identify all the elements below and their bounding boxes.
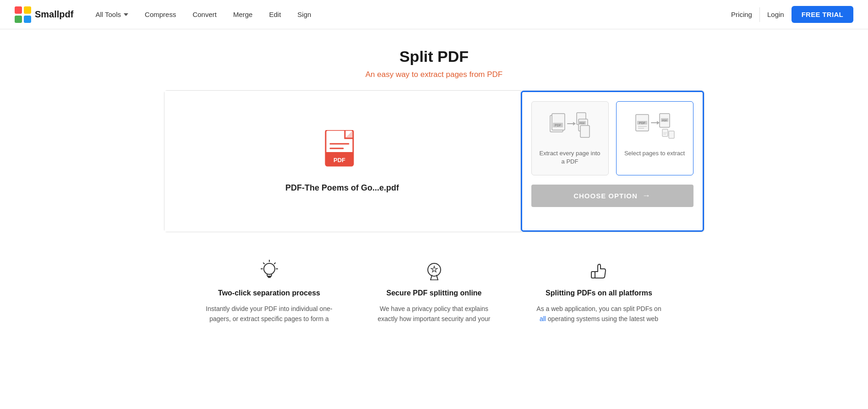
nav-divider: [759, 7, 760, 22]
option2-icon: PDF PDF: [622, 111, 688, 143]
svg-marker-27: [657, 121, 660, 125]
svg-marker-15: [573, 122, 576, 125]
select-pages-icon: PDF PDF: [634, 111, 675, 143]
features-section: Two-click separation process Instantly d…: [164, 232, 704, 343]
svg-rect-1: [24, 6, 31, 14]
svg-rect-48: [591, 272, 595, 278]
svg-line-40: [263, 263, 264, 264]
pdf-icon-wrap: PDF: [324, 130, 360, 176]
shield-icon: [423, 260, 446, 283]
svg-line-39: [274, 263, 275, 264]
svg-rect-0: [15, 6, 22, 14]
feature-two-click: Two-click separation process Instantly d…: [205, 260, 333, 324]
svg-text:PDF: PDF: [662, 119, 667, 122]
feature-secure-title: Secure PDF splitting online: [386, 289, 481, 297]
svg-text:PDF: PDF: [579, 122, 585, 125]
hero-section: Split PDF An easy way to extract pages f…: [0, 29, 868, 90]
svg-rect-11: [552, 114, 565, 130]
free-trial-button[interactable]: FREE TRIAL: [792, 6, 853, 23]
feature-platforms-desc: As a web application, you can split PDFs…: [535, 304, 663, 324]
extract-every-icon: PDF PDF: [549, 111, 590, 143]
option1-label: Extract every page into a PDF: [537, 149, 603, 166]
logo-text: Smallpdf: [35, 9, 73, 20]
svg-rect-18: [580, 125, 590, 137]
chevron-down-icon: [124, 13, 128, 16]
nav-links: All Tools Compress Convert Merge Edit Si…: [88, 7, 731, 22]
arrow-right-icon: [642, 191, 651, 201]
pricing-link[interactable]: Pricing: [731, 11, 752, 18]
sign-link[interactable]: Sign: [290, 7, 318, 22]
login-link[interactable]: Login: [767, 11, 784, 18]
option2-label: Select pages to extract: [624, 149, 685, 158]
file-area[interactable]: PDF PDF-The Poems of Go...e.pdf: [164, 91, 521, 232]
feature-platforms: Splitting PDFs on all platforms As a web…: [535, 260, 663, 324]
feature-secure: Secure PDF splitting online We have a pr…: [370, 260, 498, 324]
tool-container: PDF PDF-The Poems of Go...e.pdf: [164, 90, 704, 232]
feature-two-click-desc: Instantly divide your PDF into individua…: [205, 304, 333, 324]
option1-icon: PDF PDF: [537, 111, 603, 143]
merge-link[interactable]: Merge: [226, 7, 260, 22]
svg-rect-2: [15, 16, 22, 23]
page-title: Split PDF: [7, 48, 861, 65]
convert-link[interactable]: Convert: [185, 7, 224, 22]
pdf-file-icon: PDF: [324, 130, 360, 174]
svg-rect-3: [24, 16, 31, 23]
options-grid: PDF PDF Extract every page into: [531, 101, 693, 175]
feature-secure-desc: We have a privacy policy that explains e…: [370, 304, 498, 324]
option-select-pages[interactable]: PDF PDF: [616, 101, 693, 175]
svg-text:PDF: PDF: [555, 124, 562, 127]
nav-right: Pricing Login FREE TRIAL: [731, 6, 853, 23]
thumbsup-icon: [588, 260, 611, 283]
hero-subtitle: An easy way to extract pages from PDF: [7, 70, 861, 79]
file-name: PDF-The Poems of Go...e.pdf: [285, 183, 399, 193]
navbar: Smallpdf All Tools Compress Convert Merg…: [0, 0, 868, 29]
feature-platforms-title: Splitting PDFs on all platforms: [546, 289, 652, 297]
svg-rect-32: [669, 131, 674, 138]
highlight-all: all: [540, 315, 546, 322]
lightbulb-icon: [258, 260, 281, 283]
edit-link[interactable]: Edit: [262, 7, 288, 22]
svg-marker-47: [431, 266, 437, 272]
compress-link[interactable]: Compress: [137, 7, 183, 22]
option-extract-every-page[interactable]: PDF PDF Extract every page into: [531, 101, 609, 175]
svg-text:PDF: PDF: [333, 157, 345, 164]
logo-link[interactable]: Smallpdf: [15, 6, 73, 23]
feature-two-click-title: Two-click separation process: [218, 289, 320, 297]
all-tools-link[interactable]: All Tools: [88, 7, 136, 22]
svg-text:PDF: PDF: [639, 121, 646, 125]
logo-icon: [15, 6, 31, 23]
choose-option-button[interactable]: CHOOSE OPTION: [531, 185, 693, 207]
options-panel: PDF PDF Extract every page into: [521, 91, 704, 232]
svg-point-35: [264, 263, 275, 274]
